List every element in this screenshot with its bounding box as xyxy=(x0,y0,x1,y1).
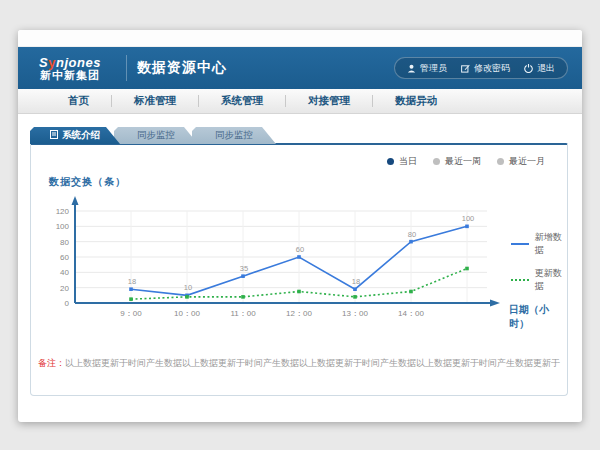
brand-logo-en: Synjones xyxy=(18,56,122,70)
svg-text:80: 80 xyxy=(60,238,69,247)
tab-label: 同步监控 xyxy=(215,129,253,142)
y-axis-title: 数据交换（条） xyxy=(49,175,126,189)
range-label: 最近一月 xyxy=(509,155,545,168)
legend-label: 新增数据 xyxy=(535,231,567,257)
nav-item-interface-mgmt[interactable]: 对接管理 xyxy=(286,94,372,108)
main-nav: 首页 标准管理 系统管理 对接管理 数据异动 xyxy=(18,89,582,114)
legend-label: 更新数据 xyxy=(535,267,567,293)
svg-text:120: 120 xyxy=(56,207,70,216)
range-label: 最近一周 xyxy=(445,155,481,168)
range-label: 当日 xyxy=(399,155,417,168)
range-option-last-month[interactable]: 最近一月 xyxy=(497,155,545,168)
tab-sync-monitor-2[interactable]: 同步监控 xyxy=(192,127,276,144)
nav-item-data-change[interactable]: 数据异动 xyxy=(373,94,459,108)
svg-text:18: 18 xyxy=(352,277,360,286)
logout-button[interactable]: 退出 xyxy=(524,62,555,75)
user-menu[interactable]: 管理员 xyxy=(407,62,447,75)
svg-text:14：00: 14：00 xyxy=(398,309,424,318)
svg-text:11：00: 11：00 xyxy=(230,309,256,318)
svg-text:60: 60 xyxy=(60,253,69,262)
tab-label: 同步监控 xyxy=(137,129,175,142)
footnote: 备注：以上数据更新于时间产生数据以上数据更新于时间产生数据以上数据更新于时间产生… xyxy=(31,357,567,370)
svg-text:0: 0 xyxy=(65,299,70,308)
brand-logo: Synjones 新中新集团 xyxy=(18,54,122,81)
svg-text:40: 40 xyxy=(60,268,69,277)
radio-dot-icon xyxy=(497,158,504,165)
tab-sync-monitor-1[interactable]: 同步监控 xyxy=(114,127,198,144)
tab-bar: 系统介绍 同步监控 同步监控 xyxy=(30,127,276,144)
svg-text:10: 10 xyxy=(184,283,192,292)
document-icon xyxy=(50,130,58,141)
svg-text:9：00: 9：00 xyxy=(120,309,142,318)
svg-text:35: 35 xyxy=(240,264,248,273)
footnote-label: 备注： xyxy=(38,358,65,368)
svg-text:18: 18 xyxy=(128,277,136,286)
legend-line-solid-icon xyxy=(511,243,529,245)
line-chart: 0204060801001209：0010：0011：0012：0013：001… xyxy=(41,191,511,337)
brand-logo-cn: 新中新集团 xyxy=(18,70,122,82)
range-selector: 当日 最近一周 最近一月 xyxy=(387,155,545,168)
tab-label: 系统介绍 xyxy=(62,129,100,142)
legend-item-new-data: 新增数据 xyxy=(511,231,567,257)
svg-text:100: 100 xyxy=(56,222,70,231)
change-password-button[interactable]: 修改密码 xyxy=(461,62,510,75)
range-option-last-week[interactable]: 最近一周 xyxy=(433,155,481,168)
logout-label: 退出 xyxy=(537,62,555,75)
power-icon xyxy=(524,64,533,73)
nav-item-system-mgmt[interactable]: 系统管理 xyxy=(199,94,285,108)
x-axis-title: 日期（小时） xyxy=(509,303,567,331)
svg-text:100: 100 xyxy=(462,214,475,223)
radio-dot-icon xyxy=(433,158,440,165)
svg-text:12：00: 12：00 xyxy=(286,309,312,318)
footnote-text: 以上数据更新于时间产生数据以上数据更新于时间产生数据以上数据更新于时间产生数据以… xyxy=(65,358,560,368)
user-icon xyxy=(407,64,416,73)
chart-panel: 当日 最近一周 最近一月 数据交换（条） 0204060801001209：00… xyxy=(30,143,568,396)
edit-icon xyxy=(461,64,470,73)
chart-legend: 新增数据 更新数据 xyxy=(511,231,567,293)
nav-item-standard-mgmt[interactable]: 标准管理 xyxy=(112,94,198,108)
app-header: Synjones 新中新集团 数据资源中心 管理员 修改密码 退出 xyxy=(18,47,582,89)
radio-dot-icon xyxy=(387,158,394,165)
nav-item-home[interactable]: 首页 xyxy=(46,94,111,108)
page-title: 数据资源中心 xyxy=(137,59,227,77)
legend-item-updated-data: 更新数据 xyxy=(511,267,567,293)
svg-text:10：00: 10：00 xyxy=(174,309,200,318)
page-card: Synjones 新中新集团 数据资源中心 管理员 修改密码 退出 首页 标准管… xyxy=(18,30,582,422)
top-strip xyxy=(18,30,582,47)
user-toolbar: 管理员 修改密码 退出 xyxy=(394,57,568,79)
svg-text:60: 60 xyxy=(296,245,304,254)
svg-text:20: 20 xyxy=(60,284,69,293)
range-option-today[interactable]: 当日 xyxy=(387,155,417,168)
header-divider xyxy=(126,55,127,81)
user-label: 管理员 xyxy=(420,62,447,75)
legend-line-dotted-icon xyxy=(511,279,529,281)
tab-system-intro[interactable]: 系统介绍 xyxy=(30,127,120,144)
svg-text:13：00: 13：00 xyxy=(342,309,368,318)
svg-text:80: 80 xyxy=(408,230,416,239)
change-password-label: 修改密码 xyxy=(474,62,510,75)
